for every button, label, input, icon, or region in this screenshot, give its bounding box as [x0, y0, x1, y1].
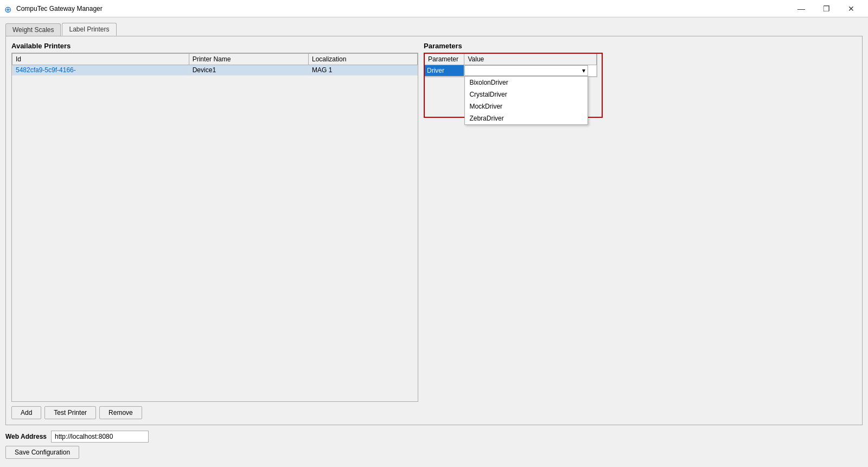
printer-localization: MAG 1	[308, 65, 417, 75]
panel-available-printers: Available Printers Id Printer Name Local…	[11, 42, 418, 402]
app-title: CompuTec Gateway Manager	[16, 5, 103, 12]
params-section: Parameter Value Driver	[424, 53, 857, 402]
remove-button[interactable]: Remove	[99, 406, 142, 419]
param-value-cell: ▾ BixolonDriver CrystalDriver MockDriver	[464, 65, 597, 77]
printers-table-wrapper: Id Printer Name Localization 5482cfa9-5c…	[11, 53, 418, 402]
params-table-header: Parameter Value	[425, 54, 597, 65]
driver-dropdown-wrapper: ▾ BixolonDriver CrystalDriver MockDriver	[464, 65, 596, 76]
dropdown-option-bixolon[interactable]: BixolonDriver	[465, 77, 588, 89]
table-row[interactable]: 5482cfa9-5c9f-4166- Device1 MAG 1	[12, 65, 418, 75]
save-config-row: Save Configuration	[5, 446, 863, 459]
params-table: Parameter Value Driver	[424, 53, 597, 77]
dropdown-arrow-icon: ▾	[582, 67, 585, 74]
main-content: Weight Scales Label Printers Available P…	[0, 17, 868, 467]
bottom-area: Web Address Save Configuration	[5, 425, 863, 462]
save-config-button[interactable]: Save Configuration	[5, 446, 79, 459]
tabs: Weight Scales Label Printers	[5, 23, 863, 36]
available-printers-title: Available Printers	[11, 42, 418, 50]
printer-name: Device1	[189, 65, 308, 75]
params-table-container: Parameter Value Driver	[424, 53, 597, 77]
buttons-row: Add Test Printer Remove	[11, 406, 857, 419]
col-value: Value	[464, 54, 597, 65]
web-address-label: Web Address	[5, 433, 47, 440]
web-address-row: Web Address	[5, 431, 863, 443]
printer-id: 5482cfa9-5c9f-4166-	[12, 65, 189, 75]
panels: Available Printers Id Printer Name Local…	[11, 42, 857, 402]
close-button[interactable]: ✕	[839, 0, 864, 17]
printers-table: Id Printer Name Localization 5482cfa9-5c…	[12, 53, 418, 75]
titlebar-left: ⊕ CompuTec Gateway Manager	[4, 4, 103, 13]
col-parameter: Parameter	[425, 54, 464, 65]
col-id: Id	[12, 54, 189, 65]
restore-button[interactable]: ❐	[814, 0, 839, 17]
printers-table-header: Id Printer Name Localization	[12, 54, 418, 65]
dropdown-option-zebra[interactable]: ZebraDriver	[465, 112, 588, 124]
panel-parameters: Parameters Parameter Value	[424, 42, 857, 402]
col-localization: Localization	[308, 54, 417, 65]
dropdown-option-crystal[interactable]: CrystalDriver	[465, 89, 588, 100]
window-controls: — ❐ ✕	[789, 0, 864, 17]
titlebar: ⊕ CompuTec Gateway Manager — ❐ ✕	[0, 0, 868, 17]
tab-label-printers[interactable]: Label Printers	[62, 23, 116, 36]
dropdown-option-mock[interactable]: MockDriver	[465, 100, 588, 112]
parameters-title: Parameters	[424, 42, 857, 50]
minimize-button[interactable]: —	[789, 0, 814, 17]
params-table-row[interactable]: Driver ▾	[425, 65, 597, 77]
tab-content: Available Printers Id Printer Name Local…	[5, 36, 863, 425]
param-name: Driver	[425, 65, 464, 77]
test-printer-button[interactable]: Test Printer	[44, 406, 96, 419]
web-address-input[interactable]	[51, 431, 149, 443]
app-icon: ⊕	[4, 4, 13, 13]
driver-selected-value	[467, 67, 582, 74]
col-printer-name: Printer Name	[189, 54, 308, 65]
tab-weight-scales[interactable]: Weight Scales	[5, 23, 61, 36]
add-button[interactable]: Add	[11, 406, 41, 419]
driver-dropdown-list: BixolonDriver CrystalDriver MockDriver Z…	[464, 76, 588, 125]
driver-select-display[interactable]: ▾	[464, 65, 588, 76]
